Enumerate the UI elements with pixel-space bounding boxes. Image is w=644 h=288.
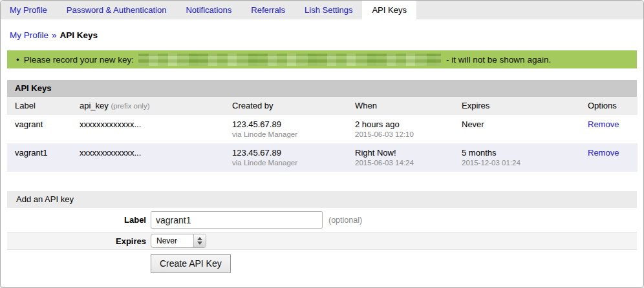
submit-row: Create API Key — [7, 250, 637, 273]
cell-expires: 5 months 2015-12-03 01:24 — [454, 143, 580, 172]
api-keys-table: API Keys Label api_key (prefix only) Cre… — [7, 80, 637, 172]
cell-label: vagrant — [7, 115, 72, 143]
breadcrumb-my-profile-link[interactable]: My Profile — [10, 30, 48, 40]
breadcrumb-current: API Keys — [60, 30, 98, 40]
add-api-key-section-title: Add an API key — [7, 191, 637, 208]
label-field-label: Label — [7, 215, 146, 225]
label-field-row: Label (optional) — [7, 208, 637, 232]
create-api-key-button[interactable]: Create API Key — [151, 254, 231, 273]
tab-notifications[interactable]: Notifications — [176, 1, 241, 19]
remove-key-link[interactable]: Remove — [588, 148, 619, 158]
tab-lish-settings[interactable]: Lish Settings — [295, 1, 362, 19]
blurred-api-key — [138, 54, 441, 66]
col-header-created-by: Created by — [224, 97, 347, 115]
profile-tabbar: My Profile Password & Authentication Not… — [1, 1, 643, 19]
tab-api-keys[interactable]: API Keys — [362, 1, 416, 19]
breadcrumb: My Profile»API Keys — [10, 30, 634, 40]
label-input[interactable] — [151, 211, 323, 229]
breadcrumb-separator: » — [52, 30, 57, 40]
col-header-api-key: api_key (prefix only) — [72, 97, 224, 115]
cell-api-key-prefix: xxxxxxxxxxxxx... — [72, 115, 224, 143]
table-row: vagrant1 xxxxxxxxxxxxx... 123.45.67.89 v… — [7, 143, 638, 172]
tab-password-authentication[interactable]: Password & Authentication — [57, 1, 177, 19]
cell-options: Remove — [580, 115, 638, 143]
cell-api-key-prefix: xxxxxxxxxxxxx... — [72, 143, 224, 172]
expires-field-label: Expires — [7, 236, 146, 246]
col-header-label: Label — [7, 97, 72, 115]
expires-select-value: Never — [151, 236, 193, 245]
cell-label: vagrant1 — [7, 143, 72, 172]
col-header-expires: Expires — [454, 97, 580, 115]
cell-when: 2 hours ago 2015-06-03 12:10 — [347, 115, 454, 143]
profile-window: My Profile Password & Authentication Not… — [0, 0, 644, 288]
cell-when: Right Now! 2015-06-03 14:24 — [347, 143, 454, 172]
remove-key-link[interactable]: Remove — [588, 119, 619, 129]
alert-bullet: • — [16, 55, 19, 65]
cell-created-by: 123.45.67.89 via Linode Manager — [224, 115, 347, 143]
alert-text-after: - it will not be shown again. — [446, 55, 551, 65]
cell-options: Remove — [580, 143, 638, 172]
new-key-alert: • Please record your new key: - it will … — [7, 50, 637, 68]
table-row: vagrant xxxxxxxxxxxxx... 123.45.67.89 vi… — [7, 115, 638, 143]
table-title: API Keys — [7, 80, 637, 97]
label-optional-note: (optional) — [328, 216, 362, 225]
table-header-row: Label api_key (prefix only) Created by W… — [7, 97, 638, 115]
tab-referrals[interactable]: Referrals — [241, 1, 295, 19]
expires-select[interactable]: Never — [151, 234, 206, 248]
expires-field-row: Expires Never — [7, 232, 637, 250]
cell-expires: Never — [454, 115, 580, 143]
col-header-api-key-note: (prefix only) — [111, 102, 149, 110]
tab-my-profile[interactable]: My Profile — [1, 1, 57, 19]
select-stepper-icon — [193, 234, 206, 247]
alert-text-before: Please record your new key: — [24, 55, 134, 65]
col-header-options: Options — [580, 97, 638, 115]
cell-created-by: 123.45.67.89 via Linode Manager — [224, 143, 347, 172]
col-header-when: When — [347, 97, 454, 115]
